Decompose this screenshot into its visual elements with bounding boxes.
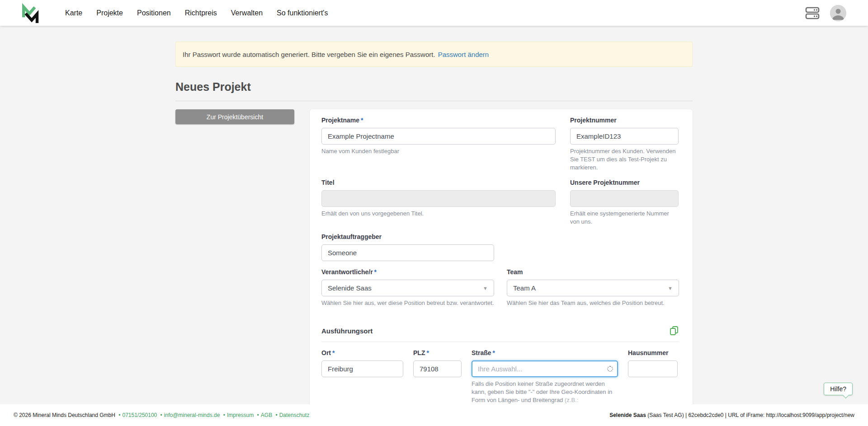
titel-input	[321, 190, 556, 207]
projektnummer-label: Projektnummer	[570, 117, 679, 124]
banner-text: Ihr Passwort wurde automatisch generiert…	[183, 51, 435, 58]
strasse-input[interactable]	[472, 360, 618, 377]
hausnummer-input[interactable]	[628, 360, 678, 377]
ort-input[interactable]	[321, 360, 403, 377]
required-marker: *	[332, 349, 335, 356]
title-divider	[175, 101, 693, 101]
password-change-link[interactable]: Passwort ändern	[438, 51, 489, 58]
back-to-project-overview-button[interactable]: Zur Projektübersicht	[175, 109, 294, 124]
footer-separator: •	[223, 412, 225, 418]
footer-datenschutz-link[interactable]: Datenschutz	[279, 412, 310, 418]
ausfuehrungsort-heading: Ausführungsort	[321, 327, 373, 335]
ort-label: Ort*	[321, 349, 403, 356]
unsere-projektnummer-label: Unsere Projektnummer	[570, 179, 679, 186]
footer-separator: •	[275, 412, 277, 418]
field-titel: Titel Erhält den von uns vorgegebenen Ti…	[321, 179, 556, 226]
projektnummer-input[interactable]	[570, 128, 679, 145]
footer-username: Selenide Saas	[609, 412, 646, 418]
field-unsere-projektnummer: Unsere Projektnummer Erhält eine systemg…	[570, 179, 679, 226]
mineral-minds-logo-icon	[20, 3, 40, 23]
team-select[interactable]: Team A ▼	[507, 280, 679, 296]
verantwortlicher-selected-value: Selenide Saas	[328, 284, 372, 292]
projektauftraggeber-label: Projektauftraggeber	[321, 233, 494, 240]
footer-separator: •	[118, 412, 120, 418]
footer-separator: •	[257, 412, 259, 418]
projektname-label: Projektname*	[321, 117, 556, 124]
field-strasse: Straße* Falls die Position keiner Straße…	[472, 349, 618, 404]
field-projektnummer: Projektnummer Projektnummer des Kunden. …	[570, 117, 679, 172]
strasse-label: Straße*	[472, 349, 618, 356]
loading-spinner-icon	[607, 366, 613, 372]
nav-item-positionen[interactable]: Positionen	[137, 9, 171, 17]
verantwortlicher-select[interactable]: Selenide Saas ▼	[321, 280, 494, 296]
top-navigation-bar: Karte Projekte Positionen Richtpreis Ver…	[0, 0, 868, 26]
footer-phone-link[interactable]: 07151/250100	[123, 412, 157, 418]
nav-item-karte[interactable]: Karte	[65, 9, 82, 17]
plz-input[interactable]	[413, 360, 462, 377]
projektname-input[interactable]	[321, 128, 556, 145]
projektauftraggeber-input[interactable]	[321, 244, 494, 261]
password-warning-banner: Ihr Passwort wurde automatisch generiert…	[175, 42, 693, 67]
team-helper: Wählen Sie hier das Team aus, welches di…	[507, 299, 679, 307]
page-title: Neues Projekt	[175, 80, 693, 94]
main-nav: Karte Projekte Positionen Richtpreis Ver…	[65, 9, 328, 17]
unsere-projektnummer-helper: Erhält eine systemgenerierte Nummer von …	[570, 210, 679, 226]
field-ort: Ort*	[321, 349, 403, 404]
field-projektname: Projektname* Name vom Kunden festlegbar	[321, 117, 556, 172]
titel-helper: Erhält den von uns vorgegebenen Titel.	[321, 210, 556, 218]
chevron-down-icon: ▼	[668, 286, 673, 291]
footer-left: © 2026 Mineral Minds Deutschland GmbH •0…	[14, 412, 309, 418]
copy-icon[interactable]	[669, 325, 679, 336]
page-footer: © 2026 Mineral Minds Deutschland GmbH •0…	[0, 404, 868, 426]
titel-label: Titel	[321, 179, 556, 186]
footer-separator: •	[160, 412, 162, 418]
ausfuehrungsort-section-header: Ausführungsort	[321, 325, 679, 342]
team-selected-value: Team A	[513, 284, 536, 292]
chevron-down-icon: ▼	[483, 286, 488, 291]
new-project-form-card: Projektname* Name vom Kunden festlegbar …	[310, 109, 693, 404]
footer-session-info: Selenide Saas (Saas Test AG) | 62cebdc2c…	[609, 412, 854, 418]
field-projektauftraggeber: Projektauftraggeber	[321, 233, 494, 261]
verantwortlicher-label: Verantwortliche/r*	[321, 268, 494, 276]
required-marker: *	[374, 268, 377, 276]
team-label: Team	[507, 268, 679, 276]
brand-logo[interactable]	[20, 3, 40, 23]
nav-item-so-funktionierts[interactable]: So funktioniert's	[277, 9, 328, 17]
field-plz: PLZ*	[413, 349, 462, 404]
footer-agb-link[interactable]: AGB	[261, 412, 272, 418]
verantwortlicher-helper: Wählen Sie hier aus, wer diese Position …	[321, 299, 494, 307]
field-team: Team Team A ▼ Wählen Sie hier das Team a…	[507, 268, 679, 307]
person-icon	[830, 5, 846, 21]
field-verantwortlicher: Verantwortliche/r* Selenide Saas ▼ Wähle…	[321, 268, 494, 307]
nav-item-verwalten[interactable]: Verwalten	[231, 9, 263, 17]
server-icon[interactable]	[805, 6, 820, 20]
footer-session-details: (Saas Test AG) | 62cebdc2cde0 | URL of i…	[646, 412, 854, 418]
required-marker: *	[493, 349, 495, 356]
projektnummer-helper: Projektnummer des Kunden. Verwenden Sie …	[570, 147, 679, 172]
nav-item-projekte[interactable]: Projekte	[96, 9, 123, 17]
footer-impressum-link[interactable]: Impressum	[227, 412, 254, 418]
strasse-helper: Falls die Position keiner Straße zugeord…	[472, 380, 618, 404]
topnav-right-actions	[805, 5, 846, 21]
help-button[interactable]: Hilfe?	[824, 383, 853, 395]
left-column: Zur Projektübersicht	[175, 109, 310, 404]
footer-email-link[interactable]: info@mineral-minds.de	[164, 412, 220, 418]
page-body: Ihr Passwort wurde automatisch generiert…	[0, 26, 868, 404]
hausnummer-label: Hausnummer	[628, 349, 678, 356]
field-hausnummer: Hausnummer	[628, 349, 678, 404]
user-avatar[interactable]	[830, 5, 846, 21]
unsere-projektnummer-input	[570, 190, 679, 207]
nav-item-richtpreis[interactable]: Richtpreis	[185, 9, 217, 17]
projektname-helper: Name vom Kunden festlegbar	[321, 147, 556, 155]
required-marker: *	[361, 117, 363, 124]
footer-copyright: © 2026 Mineral Minds Deutschland GmbH	[14, 412, 115, 418]
required-marker: *	[426, 349, 429, 356]
plz-label: PLZ*	[413, 349, 462, 356]
